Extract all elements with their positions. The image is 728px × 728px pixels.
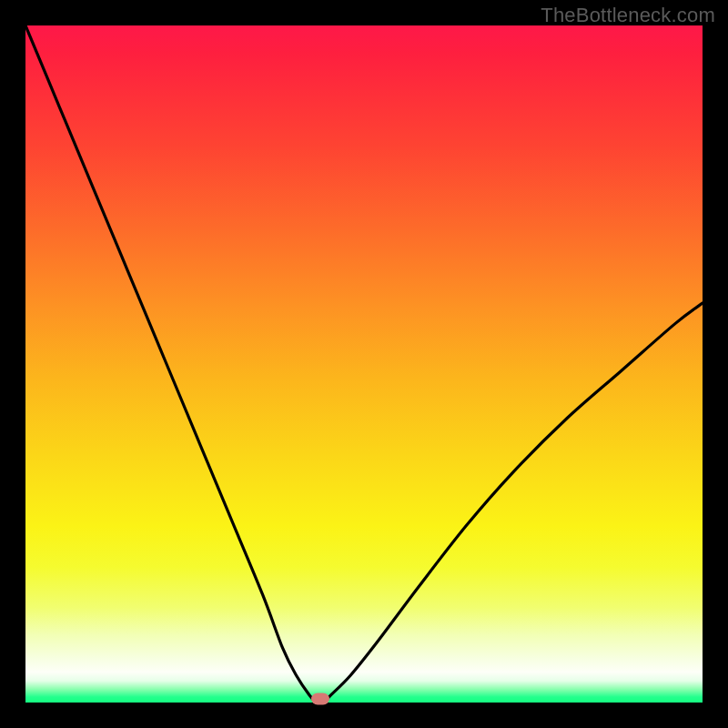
watermark-text: TheBottleneck.com [541, 4, 715, 27]
chart-frame [0, 0, 728, 728]
plot-area [25, 25, 703, 703]
optimum-marker [311, 693, 329, 705]
bottleneck-curve [25, 25, 703, 703]
